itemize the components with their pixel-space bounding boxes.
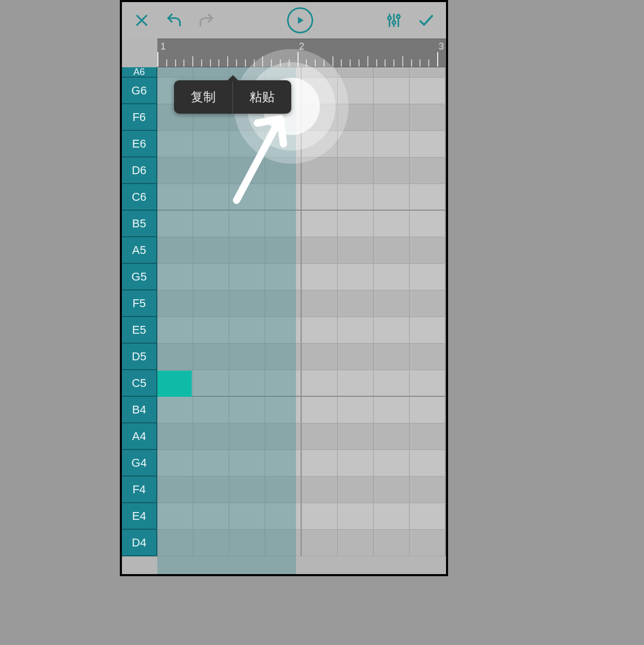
app-window: 1 2 3 A6 G6 F6 E6 D6	[120, 0, 448, 576]
piano-keys-column: A6 G6 F6 E6 D6 C6 B5 A5 G5 F5 E5 D5 C5 B…	[122, 67, 157, 574]
grid-row[interactable]	[157, 264, 446, 290]
mixer-button[interactable]	[382, 9, 405, 32]
grid-row[interactable]	[157, 131, 446, 157]
piano-key[interactable]: G5	[122, 264, 157, 290]
close-button[interactable]	[130, 9, 153, 32]
grid-row[interactable]	[157, 344, 446, 370]
grid-row[interactable]	[157, 237, 446, 264]
piano-key[interactable]: B5	[122, 211, 157, 237]
mixer-icon	[385, 11, 403, 29]
piano-key[interactable]: F4	[122, 477, 157, 503]
ruler-ticks	[157, 52, 446, 67]
piano-key[interactable]: G6	[122, 78, 157, 104]
play-button[interactable]	[287, 7, 313, 33]
bar-number: 3	[439, 41, 444, 52]
grid-row[interactable]	[157, 211, 446, 237]
paste-menu-item[interactable]: 粘贴	[233, 80, 291, 114]
play-button-wrap	[227, 7, 373, 33]
undo-button[interactable]	[163, 9, 185, 32]
undo-icon	[165, 11, 183, 29]
grid-row[interactable]	[157, 423, 446, 450]
piano-key[interactable]: G4	[122, 450, 157, 477]
grid-row[interactable]	[157, 157, 446, 184]
redo-icon	[197, 11, 215, 29]
piano-key[interactable]: F5	[122, 290, 157, 317]
piano-key[interactable]: C5	[122, 370, 157, 397]
menu-pointer-icon	[227, 75, 239, 81]
redo-button[interactable]	[195, 9, 218, 32]
svg-point-4	[388, 17, 391, 20]
piano-key[interactable]: D4	[122, 530, 157, 556]
grid-row[interactable]	[157, 397, 446, 423]
grid-row[interactable]	[157, 477, 446, 503]
grid-row[interactable]	[157, 184, 446, 211]
grid-row[interactable]	[157, 317, 446, 344]
piano-key[interactable]: D6	[122, 157, 157, 184]
svg-marker-2	[298, 17, 304, 23]
timeline-ruler[interactable]: 1 2 3	[157, 39, 446, 67]
bar-number: 1	[160, 41, 166, 52]
svg-point-8	[397, 15, 400, 18]
piano-key[interactable]: C6	[122, 184, 157, 211]
piano-key[interactable]: B4	[122, 397, 157, 423]
check-icon	[417, 11, 435, 29]
piano-key[interactable]: D5	[122, 344, 157, 370]
note-grid[interactable]	[157, 67, 446, 574]
screenshot-stage: 1 2 3 A6 G6 F6 E6 D6	[0, 0, 644, 645]
piano-roll: A6 G6 F6 E6 D6 C6 B5 A5 G5 F5 E5 D5 C5 B…	[122, 67, 446, 574]
piano-key[interactable]: E5	[122, 317, 157, 344]
editor-toolbar	[122, 2, 446, 39]
grid-row[interactable]	[157, 530, 446, 556]
grid-row[interactable]	[157, 450, 446, 477]
grid-row[interactable]	[157, 503, 446, 530]
grid-row[interactable]	[157, 370, 446, 397]
piano-key[interactable]: E6	[122, 131, 157, 157]
piano-key[interactable]: E4	[122, 503, 157, 530]
piano-key[interactable]: A4	[122, 423, 157, 450]
play-icon	[295, 15, 305, 26]
piano-key[interactable]: A5	[122, 237, 157, 264]
confirm-button[interactable]	[415, 9, 438, 32]
context-menu: 复制 粘贴	[174, 80, 291, 114]
bar-number: 2	[299, 41, 304, 52]
piano-key[interactable]: A6	[122, 67, 157, 78]
copy-menu-item[interactable]: 复制	[174, 80, 232, 114]
close-icon	[133, 11, 151, 29]
svg-point-6	[392, 21, 395, 24]
piano-key[interactable]: F6	[122, 104, 157, 131]
grid-row[interactable]	[157, 290, 446, 317]
grid-row[interactable]	[157, 67, 446, 78]
